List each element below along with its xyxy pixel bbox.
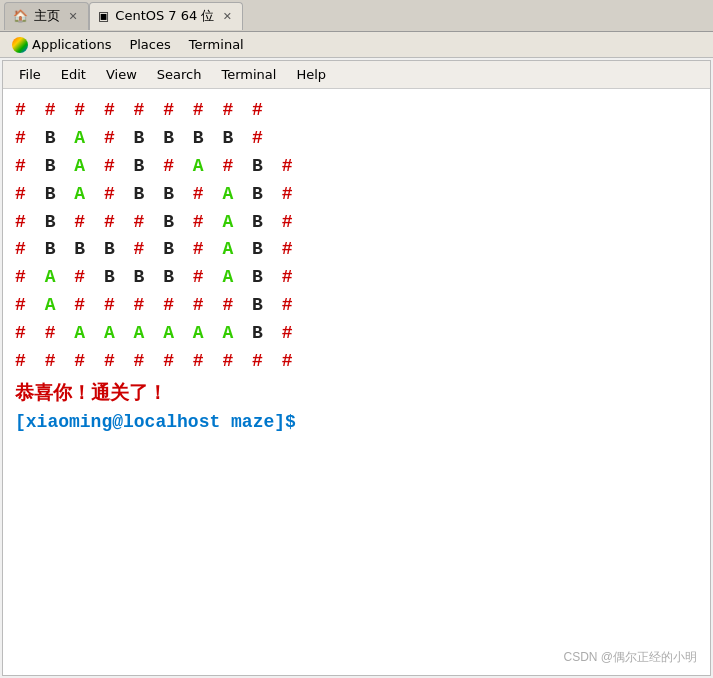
maze-row-6: # A # B B B # A B # (15, 264, 698, 292)
tab-home[interactable]: 🏠 主页 ✕ (4, 2, 89, 30)
maze-row-8: # # A A A A A A B # (15, 320, 698, 348)
menu-file[interactable]: File (11, 64, 49, 85)
menubar-item-applications[interactable]: Applications (4, 34, 119, 56)
menu-terminal[interactable]: Terminal (213, 64, 284, 85)
tab-home-close[interactable]: ✕ (66, 9, 80, 23)
maze-row-3: # B A # B B # A B # (15, 181, 698, 209)
tab-centos[interactable]: ▣ CentOS 7 64 位 ✕ (89, 2, 243, 30)
menu-view[interactable]: View (98, 64, 145, 85)
tab-home-label: 主页 (34, 7, 60, 25)
terminal-app-label: Terminal (189, 37, 244, 52)
maze-row-9: # # # # # # # # # # (15, 348, 698, 376)
terminal-container: File Edit View Search Terminal Help # # … (2, 60, 711, 676)
tab-centos-close[interactable]: ✕ (220, 9, 234, 23)
title-bar: 🏠 主页 ✕ ▣ CentOS 7 64 位 ✕ (0, 0, 713, 32)
maze-row-1: # B A # B B B B # (15, 125, 698, 153)
maze-row-7: # A # # # # # # B # (15, 292, 698, 320)
terminal-content: # # # # # # # # # # B A # B B B B # # B … (3, 89, 710, 609)
main-area: File Edit View Search Terminal Help # # … (0, 58, 713, 678)
watermark: CSDN @偶尔正经的小明 (563, 649, 697, 666)
maze-row-4: # B # # # B # A B # (15, 209, 698, 237)
app-menubar: Applications Places Terminal (0, 32, 713, 58)
tab-centos-label: CentOS 7 64 位 (115, 7, 214, 25)
terminal-menubar: File Edit View Search Terminal Help (3, 61, 710, 89)
menu-search[interactable]: Search (149, 64, 210, 85)
menubar-item-places[interactable]: Places (121, 34, 178, 55)
maze-row-2: # B A # B # A # B # (15, 153, 698, 181)
applications-icon (12, 37, 28, 53)
home-icon: 🏠 (13, 9, 28, 23)
menu-edit[interactable]: Edit (53, 64, 94, 85)
maze-row-5: # B B B # B # A B # (15, 236, 698, 264)
places-label: Places (129, 37, 170, 52)
congrats-text: 恭喜你！通关了！ (15, 380, 698, 409)
terminal-prompt: [xiaoming@localhost maze]$ (15, 409, 698, 437)
menu-help[interactable]: Help (288, 64, 334, 85)
applications-label: Applications (32, 37, 111, 52)
centos-icon: ▣ (98, 9, 109, 23)
maze-row-0: # # # # # # # # # (15, 97, 698, 125)
menubar-item-terminal-app[interactable]: Terminal (181, 34, 252, 55)
